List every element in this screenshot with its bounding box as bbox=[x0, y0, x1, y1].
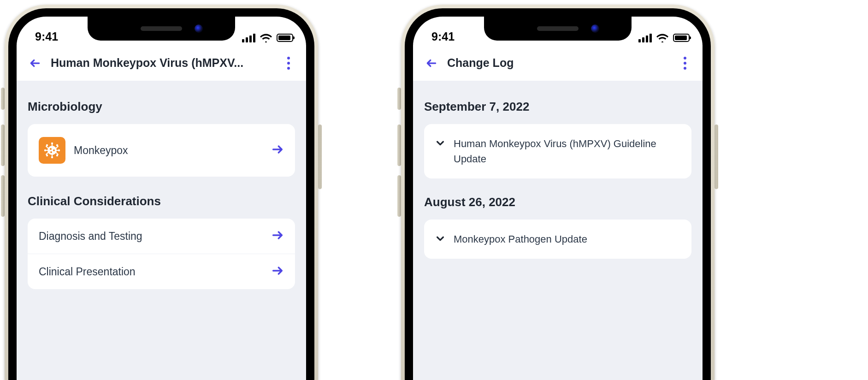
changelog-entry[interactable]: Human Monkeypox Virus (hMPXV) Guideline … bbox=[424, 124, 691, 178]
chevron-down-icon bbox=[435, 232, 445, 245]
clinical-card: Diagnosis and Testing Clinical Presentat… bbox=[28, 219, 295, 289]
back-button[interactable] bbox=[423, 55, 440, 71]
content-area: Microbiology Monkeypox Clinical Consider… bbox=[17, 81, 306, 380]
battery-icon bbox=[673, 34, 690, 42]
arrow-right-icon bbox=[271, 229, 284, 243]
more-menu-button[interactable] bbox=[281, 54, 296, 72]
svg-point-17 bbox=[50, 148, 52, 150]
side-button bbox=[1, 175, 5, 217]
content-area: September 7, 2022 Human Monkeypox Virus … bbox=[413, 81, 703, 380]
side-button bbox=[397, 88, 401, 110]
phone-notch bbox=[484, 17, 632, 41]
arrow-right-icon bbox=[271, 143, 284, 158]
changelog-date-heading: August 26, 2022 bbox=[424, 195, 691, 209]
list-item-label: Clinical Presentation bbox=[39, 264, 263, 279]
front-camera bbox=[591, 24, 599, 33]
page-title: Human Monkeypox Virus (hMPXV... bbox=[51, 56, 274, 70]
changelog-date-heading: September 7, 2022 bbox=[424, 100, 691, 114]
cellular-icon bbox=[242, 34, 255, 42]
side-button bbox=[397, 175, 401, 217]
status-time: 9:41 bbox=[35, 30, 58, 43]
side-button bbox=[318, 125, 322, 189]
list-item-label: Monkeypox bbox=[74, 143, 263, 158]
virus-icon bbox=[39, 137, 65, 164]
changelog-entry-label: Monkeypox Pathogen Update bbox=[454, 232, 587, 247]
more-menu-button[interactable] bbox=[678, 54, 692, 72]
changelog-entry[interactable]: Monkeypox Pathogen Update bbox=[424, 220, 691, 259]
phone-screen: 9:41 Human Monkey bbox=[17, 17, 306, 380]
list-item-label: Diagnosis and Testing bbox=[39, 229, 263, 243]
phone-notch bbox=[88, 17, 235, 41]
status-time: 9:41 bbox=[431, 30, 455, 43]
chevron-down-icon bbox=[435, 136, 445, 150]
speaker-grille bbox=[537, 26, 579, 31]
status-icons bbox=[638, 33, 690, 43]
speaker-grille bbox=[141, 26, 182, 31]
microbiology-card: Monkeypox bbox=[28, 124, 295, 177]
list-item-monkeypox[interactable]: Monkeypox bbox=[28, 124, 295, 177]
wifi-icon bbox=[260, 33, 272, 42]
changelog-entry-label: Human Monkeypox Virus (hMPXV) Guideline … bbox=[454, 136, 680, 166]
section-heading-clinical: Clinical Considerations bbox=[28, 194, 295, 208]
battery-icon bbox=[277, 34, 293, 42]
side-button bbox=[1, 125, 5, 166]
phone-left: 9:41 Human Monkey bbox=[0, 5, 323, 374]
app-header: Human Monkeypox Virus (hMPXV... bbox=[17, 45, 306, 81]
phone-screen: 9:41 Change Log bbox=[413, 17, 703, 380]
wifi-icon bbox=[656, 33, 668, 42]
svg-rect-10 bbox=[52, 153, 53, 157]
app-header: Change Log bbox=[413, 45, 703, 81]
cellular-icon bbox=[638, 34, 652, 42]
list-item-diagnosis[interactable]: Diagnosis and Testing bbox=[28, 219, 295, 254]
arrow-left-icon bbox=[425, 57, 437, 69]
arrow-left-icon bbox=[29, 57, 41, 69]
svg-point-18 bbox=[53, 149, 55, 151]
svg-point-19 bbox=[50, 151, 52, 153]
page-title: Change Log bbox=[447, 56, 670, 70]
side-button bbox=[1, 88, 5, 110]
status-icons bbox=[242, 33, 293, 43]
svg-rect-9 bbox=[52, 144, 53, 148]
list-item-presentation[interactable]: Clinical Presentation bbox=[28, 254, 295, 289]
back-button[interactable] bbox=[27, 55, 43, 71]
svg-rect-11 bbox=[46, 150, 49, 151]
svg-rect-12 bbox=[55, 150, 59, 151]
side-button bbox=[397, 125, 401, 166]
side-button bbox=[714, 125, 718, 189]
phone-right: 9:41 Change Log bbox=[396, 5, 719, 374]
section-heading-microbiology: Microbiology bbox=[28, 100, 295, 114]
arrow-right-icon bbox=[271, 264, 284, 279]
front-camera bbox=[195, 24, 203, 33]
